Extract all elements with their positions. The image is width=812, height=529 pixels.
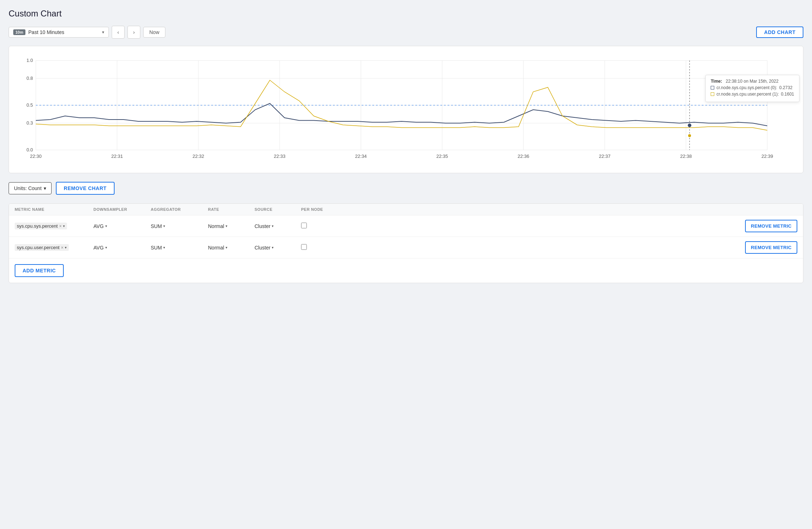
page-title: Custom Chart: [9, 9, 803, 19]
header-metric-name: METRIC NAME: [15, 207, 93, 212]
add-chart-button[interactable]: ADD CHART: [756, 26, 803, 38]
units-chevron-icon: ▾: [44, 185, 46, 191]
aggregator-cell-2[interactable]: SUM ▾: [151, 245, 208, 251]
tooltip-time-value: 22:38:10 on Mar 15th, 2022: [726, 79, 778, 84]
table-row: sys.cpu.sys.percent × ▾ AVG ▾ SUM ▾ Norm…: [9, 215, 803, 237]
now-button[interactable]: Now: [143, 27, 165, 38]
metric-name-tag-1: sys.cpu.sys.percent × ▾: [15, 223, 67, 229]
downsampler-value-1: AVG: [93, 223, 104, 229]
add-metric-row: ADD METRIC: [9, 258, 803, 283]
tooltip-series2-label: cr.node.sys.cpu.user.percent (1):: [716, 92, 779, 97]
rate-value-1: Normal: [208, 223, 224, 229]
rate-arrow-1[interactable]: ▾: [226, 224, 227, 228]
downsampler-cell-1[interactable]: AVG ▾: [93, 223, 151, 229]
tooltip-series1-value: 0.2732: [779, 85, 793, 90]
metric-name-text-1: sys.cpu.sys.percent: [17, 223, 58, 229]
series1-color-icon: [711, 86, 714, 89]
per-node-cell-1: [301, 223, 337, 229]
metric-remove-x-1[interactable]: ×: [59, 224, 62, 229]
chart-tooltip: Time: 22:38:10 on Mar 15th, 2022 cr.node…: [705, 75, 799, 102]
main-chart[interactable]: [16, 53, 796, 168]
source-cell-1[interactable]: Cluster ▾: [255, 223, 301, 229]
chevron-down-icon: ▾: [102, 30, 104, 35]
source-cell-2[interactable]: Cluster ▾: [255, 245, 301, 251]
units-button[interactable]: Units: Count ▾: [9, 182, 52, 194]
time-label: Past 10 Minutes: [28, 29, 99, 35]
source-value-1: Cluster: [255, 223, 270, 229]
next-button[interactable]: ›: [127, 26, 140, 39]
source-value-2: Cluster: [255, 245, 270, 251]
header-downsampler: DOWNSAMPLER: [93, 207, 151, 212]
table-row: sys.cpu.user.percent × ▾ AVG ▾ SUM ▾ Nor…: [9, 237, 803, 258]
rate-arrow-2[interactable]: ▾: [226, 246, 227, 249]
series2-color-icon: [711, 92, 714, 96]
aggregator-value-2: SUM: [151, 245, 162, 251]
metric-name-cell-1: sys.cpu.sys.percent × ▾: [15, 223, 93, 229]
remove-metric-button-1[interactable]: REMOVE METRIC: [745, 220, 797, 232]
header-rate: RATE: [208, 207, 255, 212]
remove-metric-cell-1: REMOVE METRIC: [337, 220, 797, 232]
controls-row: Units: Count ▾ REMOVE CHART: [9, 182, 803, 195]
add-metric-button[interactable]: ADD METRIC: [15, 264, 64, 277]
header-actions: [337, 207, 797, 212]
header-source: SOURCE: [255, 207, 301, 212]
source-arrow-2[interactable]: ▾: [272, 246, 274, 249]
prev-button[interactable]: ‹: [112, 26, 125, 39]
per-node-checkbox-1[interactable]: [301, 223, 307, 228]
toolbar: 10m Past 10 Minutes ▾ ‹ › Now ADD CHART: [9, 26, 803, 39]
tooltip-series2-value: 0.1601: [781, 92, 794, 97]
per-node-cell-2: [301, 244, 337, 251]
metric-name-text-2: sys.cpu.user.percent: [17, 245, 59, 250]
metric-name-dropdown-1[interactable]: ▾: [63, 224, 65, 228]
downsampler-cell-2[interactable]: AVG ▾: [93, 245, 151, 251]
remove-metric-button-2[interactable]: REMOVE METRIC: [745, 241, 797, 254]
source-arrow-1[interactable]: ▾: [272, 224, 274, 228]
aggregator-arrow-1[interactable]: ▾: [163, 224, 165, 228]
metric-remove-x-2[interactable]: ×: [61, 245, 63, 250]
downsampler-value-2: AVG: [93, 245, 104, 251]
downsampler-arrow-2[interactable]: ▾: [105, 246, 107, 249]
remove-chart-button[interactable]: REMOVE CHART: [56, 182, 115, 195]
time-badge: 10m: [13, 29, 25, 35]
rate-cell-2[interactable]: Normal ▾: [208, 245, 255, 251]
remove-metric-cell-2: REMOVE METRIC: [337, 241, 797, 254]
metric-name-cell-2: sys.cpu.user.percent × ▾: [15, 244, 93, 251]
units-label: Units: Count: [14, 185, 42, 191]
aggregator-value-1: SUM: [151, 223, 162, 229]
header-per-node: PER NODE: [301, 207, 337, 212]
metric-name-dropdown-2[interactable]: ▾: [65, 246, 67, 249]
aggregator-arrow-2[interactable]: ▾: [163, 246, 165, 249]
rate-cell-1[interactable]: Normal ▾: [208, 223, 255, 229]
time-selector[interactable]: 10m Past 10 Minutes ▾: [9, 27, 109, 38]
per-node-checkbox-2[interactable]: [301, 244, 307, 250]
chart-container: Time: 22:38:10 on Mar 15th, 2022 cr.node…: [9, 46, 803, 173]
metric-name-tag-2: sys.cpu.user.percent × ▾: [15, 244, 69, 251]
header-aggregator: AGGREGATOR: [151, 207, 208, 212]
rate-value-2: Normal: [208, 245, 224, 251]
downsampler-arrow-1[interactable]: ▾: [105, 224, 107, 228]
metrics-table: METRIC NAME DOWNSAMPLER AGGREGATOR RATE …: [9, 203, 803, 283]
tooltip-series1-label: cr.node.sys.cpu.sys.percent (0):: [716, 85, 777, 90]
metrics-header: METRIC NAME DOWNSAMPLER AGGREGATOR RATE …: [9, 204, 803, 215]
tooltip-time-label: Time:: [711, 79, 722, 84]
aggregator-cell-1[interactable]: SUM ▾: [151, 223, 208, 229]
